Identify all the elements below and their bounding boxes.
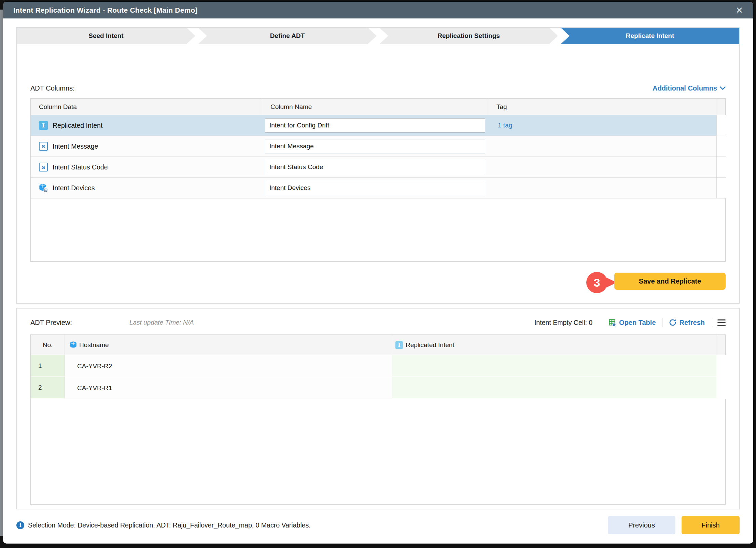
- divider: [662, 318, 662, 327]
- preview-row-1: 1 CA-YVR-R2: [31, 355, 725, 377]
- hostname-cell: CA-YVR-R1: [65, 377, 392, 399]
- replicated-intent-cell[interactable]: [392, 355, 716, 377]
- wizard-step-panel: Seed Intent Define ADT Replication Setti…: [16, 27, 740, 304]
- row-gutter: [716, 136, 726, 156]
- adt-columns-table: Column Data Column Name Tag I Replicated…: [30, 98, 726, 262]
- header-column-name: Column Name: [262, 99, 488, 115]
- column-data-label: Intent Message: [53, 142, 98, 150]
- step-define-adt[interactable]: Define ADT: [198, 28, 377, 44]
- row-gutter: [716, 157, 726, 177]
- column-name-input[interactable]: [265, 160, 485, 174]
- row-gutter: [716, 377, 726, 399]
- background-page-edge: [0, 10, 3, 536]
- column-name-input[interactable]: [265, 118, 485, 133]
- row-gutter: [716, 355, 726, 377]
- last-update-time: Last update Time: N/A: [129, 319, 194, 326]
- adt-columns-section: ADT Columns: Additional Columns Column D…: [17, 83, 739, 293]
- table-row-replicated-intent[interactable]: I Replicated Intent 1 tag: [31, 115, 725, 136]
- intent-icon: I: [395, 341, 403, 349]
- header-hostname: Hostname: [65, 335, 392, 355]
- step-label: Replicate Intent: [626, 32, 674, 40]
- replicated-intent-header-label: Replicated Intent: [406, 341, 454, 349]
- table-empty-area: [31, 198, 725, 261]
- columns-table-header: Column Data Column Name Tag: [31, 99, 725, 115]
- table-row-intent-devices[interactable]: Intent Devices: [31, 178, 725, 198]
- previous-button[interactable]: Previous: [608, 516, 675, 534]
- preview-row-2: 2 CA-YVR-R1: [31, 377, 725, 399]
- devices-icon: [70, 341, 78, 349]
- dialog-title: Intent Replication Wizard - Route Check …: [13, 6, 198, 14]
- dialog-titlebar: Intent Replication Wizard - Route Check …: [3, 2, 753, 18]
- adt-preview-panel: ADT Preview: Last update Time: N/A Inten…: [16, 308, 740, 509]
- adt-columns-label: ADT Columns:: [30, 84, 75, 92]
- header-column-data: Column Data: [31, 99, 262, 115]
- intent-replication-wizard-dialog: Intent Replication Wizard - Route Check …: [3, 2, 753, 544]
- column-data-label: Replicated Intent: [53, 122, 102, 129]
- devices-icon: [39, 183, 48, 192]
- selection-mode-info-text: Selection Mode: Device-based Replication…: [28, 521, 311, 529]
- row-gutter: [716, 115, 726, 136]
- column-name-input[interactable]: [265, 139, 485, 153]
- row-number-cell: 1: [31, 355, 65, 377]
- finish-button[interactable]: Finish: [682, 516, 740, 534]
- hostname-header-label: Hostname: [79, 341, 109, 349]
- header-tag: Tag: [488, 99, 716, 115]
- adt-preview-label: ADT Preview:: [30, 319, 72, 327]
- dialog-footer: i Selection Mode: Device-based Replicati…: [16, 515, 740, 535]
- step-label: Replication Settings: [437, 32, 500, 40]
- replicated-intent-cell[interactable]: [392, 377, 716, 399]
- header-gutter: [716, 99, 726, 115]
- chevron-down-icon: [720, 86, 726, 90]
- open-table-link[interactable]: Open Table: [608, 318, 656, 327]
- preview-table-empty-area: [31, 399, 725, 504]
- additional-columns-label: Additional Columns: [653, 84, 717, 92]
- additional-columns-dropdown[interactable]: Additional Columns: [653, 84, 726, 92]
- row-number-cell: 2: [31, 377, 65, 399]
- step-seed-intent[interactable]: Seed Intent: [17, 28, 195, 44]
- divider: [711, 318, 711, 327]
- intent-icon: I: [39, 121, 48, 130]
- step-label: Define ADT: [270, 32, 305, 40]
- column-data-label: Intent Status Code: [53, 163, 108, 171]
- header-replicated-intent: I Replicated Intent: [392, 335, 716, 355]
- open-table-label: Open Table: [619, 319, 656, 327]
- preview-table-header: No. Hostname I Replicated Intent: [31, 335, 725, 355]
- tag-link[interactable]: 1 tag: [498, 122, 512, 129]
- page-background: Intent Replication Wizard - Route Check …: [0, 0, 756, 548]
- refresh-icon: [669, 318, 677, 327]
- table-row-intent-message[interactable]: S Intent Message: [31, 136, 725, 157]
- refresh-label: Refresh: [680, 319, 705, 327]
- row-gutter: [716, 178, 726, 198]
- step-replicate-intent[interactable]: Replicate Intent: [561, 28, 739, 44]
- annotation-step-3-marker: 3: [586, 272, 607, 293]
- menu-icon[interactable]: [717, 319, 726, 327]
- string-icon: S: [39, 142, 48, 151]
- save-row: 3 Save and Replicate: [30, 272, 726, 293]
- string-icon: S: [39, 163, 48, 172]
- step-label: Seed Intent: [88, 32, 123, 40]
- info-icon: i: [16, 521, 24, 529]
- column-data-label: Intent Devices: [53, 184, 95, 192]
- table-row-intent-status-code[interactable]: S Intent Status Code: [31, 157, 725, 178]
- intent-empty-cell-count: Intent Empty Cell: 0: [534, 319, 592, 327]
- hostname-cell: CA-YVR-R2: [65, 355, 392, 377]
- annotation-step-number: 3: [594, 276, 600, 289]
- save-and-replicate-button[interactable]: Save and Replicate: [614, 273, 726, 290]
- wizard-stepper: Seed Intent Define ADT Replication Setti…: [17, 28, 739, 44]
- adt-preview-table: No. Hostname I Replicated Intent: [30, 334, 726, 505]
- header-no: No.: [31, 335, 65, 355]
- column-name-input[interactable]: [265, 181, 485, 195]
- refresh-link[interactable]: Refresh: [669, 318, 705, 327]
- close-icon[interactable]: ✕: [736, 6, 743, 15]
- table-grid-icon: [608, 318, 616, 327]
- adt-preview-header: ADT Preview: Last update Time: N/A Inten…: [17, 317, 739, 328]
- header-gutter: [716, 335, 726, 355]
- step-replication-settings[interactable]: Replication Settings: [379, 28, 558, 44]
